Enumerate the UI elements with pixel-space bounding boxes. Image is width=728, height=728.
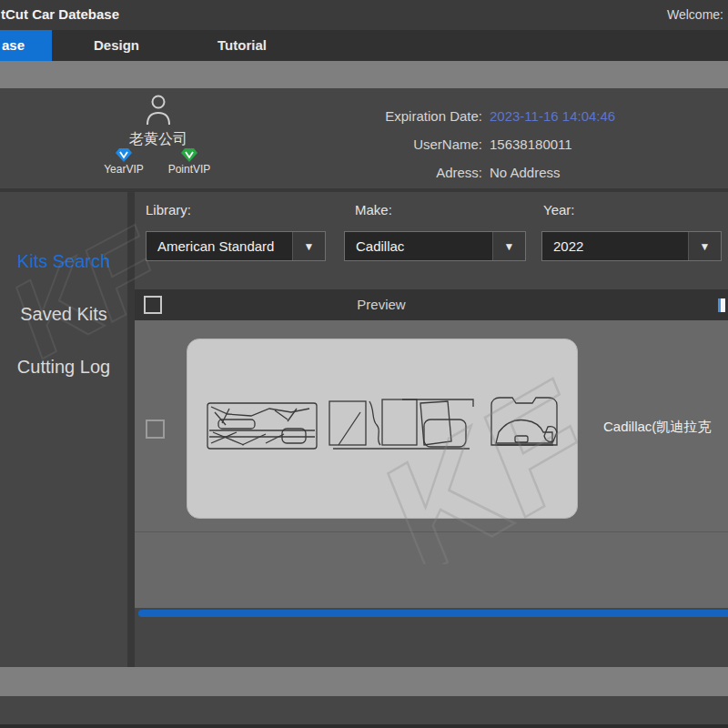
app-window: tCut Car Datebase Welcome: ase Design Tu… xyxy=(0,0,728,728)
user-info-panel: 老黄公司 YearVIP PointVIP Expiration Date: 2… xyxy=(0,88,728,188)
vip-diamond-blue-icon xyxy=(116,148,132,162)
expiration-row: Expiration Date: 2023-11-16 14:04:46 xyxy=(364,106,723,126)
row-checkbox[interactable] xyxy=(146,420,165,439)
expiration-value: 2023-11-16 14:04:46 xyxy=(490,108,615,124)
badge-yearvip-label: YearVIP xyxy=(102,163,146,176)
result-row[interactable]: Cadillac(凯迪拉克 xyxy=(135,320,728,532)
car-pattern-drawing xyxy=(187,339,577,518)
sidebar-item-kits-search[interactable]: Kits Search xyxy=(0,251,127,272)
company-name: 老黄公司 xyxy=(107,130,209,149)
window-bottom-edge xyxy=(0,724,728,728)
year-dropdown-value: 2022 xyxy=(553,238,583,254)
select-all-checkbox[interactable] xyxy=(144,296,162,314)
tab-car-database[interactable]: ase xyxy=(0,30,52,61)
username-row: UserName: 15638180011 xyxy=(364,135,723,154)
badge-pointvip: PointVIP xyxy=(167,148,211,176)
main-tab-bar: ase Design Tutorial xyxy=(0,30,728,61)
horizontal-scrollbar-track[interactable] xyxy=(135,608,728,619)
chevron-down-icon[interactable]: ▼ xyxy=(492,232,525,260)
car-pattern-preview xyxy=(187,339,578,519)
chevron-down-icon[interactable]: ▼ xyxy=(688,232,721,260)
address-value: No Address xyxy=(490,165,561,180)
make-dropdown[interactable]: Cadillac ▼ xyxy=(344,231,526,261)
address-label: Adress: xyxy=(364,165,482,180)
username-label: UserName: xyxy=(364,136,482,152)
username-value: 15638180011 xyxy=(490,136,572,152)
result-name: Cadillac(凯迪拉克 xyxy=(603,419,711,436)
welcome-text: Welcome: xyxy=(667,7,723,22)
badge-pointvip-label: PointVIP xyxy=(167,163,211,176)
tab-design[interactable]: Design xyxy=(82,30,151,61)
sidebar-item-saved-kits[interactable]: Saved Kits xyxy=(0,304,127,325)
sidebar-item-cutting-log[interactable]: Cutting Log xyxy=(0,357,127,378)
vertical-divider xyxy=(127,192,135,667)
separator-band-bottom xyxy=(0,667,728,696)
badge-yearvip: YearVIP xyxy=(102,148,146,176)
results-list: Cadillac(凯迪拉克 xyxy=(135,320,728,608)
chevron-down-icon[interactable]: ▼ xyxy=(292,232,325,260)
library-label: Library: xyxy=(146,202,191,217)
next-column-partial xyxy=(718,298,725,312)
account-info: Expiration Date: 2023-11-16 14:04:46 Use… xyxy=(364,106,723,182)
library-dropdown-value: American Standard xyxy=(157,238,274,254)
separator-band-top xyxy=(0,61,728,88)
tab-tutorial[interactable]: Tutorial xyxy=(207,30,277,61)
results-header: Preview xyxy=(135,289,728,320)
make-dropdown-value: Cadillac xyxy=(356,238,404,254)
expiration-label: Expiration Date: xyxy=(364,108,482,124)
preview-column-header: Preview xyxy=(336,297,427,312)
make-label: Make: xyxy=(355,202,392,217)
year-dropdown[interactable]: 2022 ▼ xyxy=(541,231,722,261)
horizontal-scrollbar-thumb[interactable] xyxy=(138,610,728,617)
app-title: tCut Car Datebase xyxy=(1,6,119,22)
year-label: Year: xyxy=(543,202,574,217)
person-icon xyxy=(146,94,171,126)
filter-area: Library: Make: Year: American Standard ▼… xyxy=(135,192,728,289)
address-row: Adress: No Address xyxy=(364,163,723,182)
library-dropdown[interactable]: American Standard ▼ xyxy=(146,231,326,261)
vip-diamond-green-icon xyxy=(181,148,197,162)
title-bar: tCut Car Datebase Welcome: xyxy=(0,0,728,30)
